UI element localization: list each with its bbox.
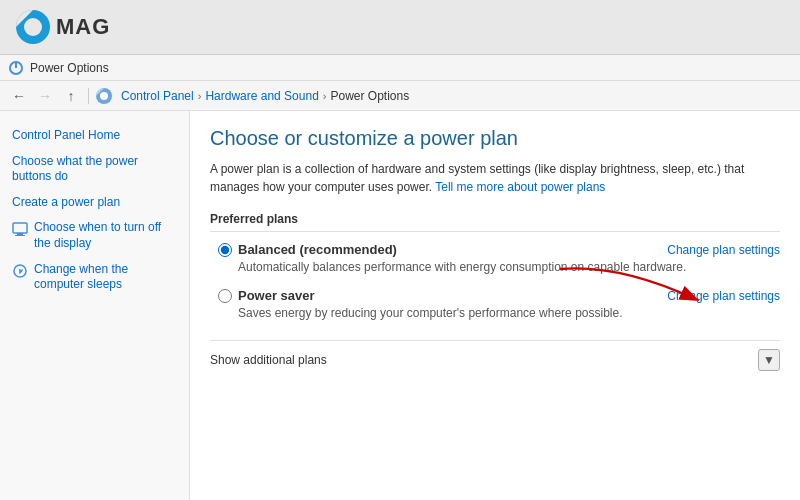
sidebar-item-turn-off-display[interactable]: Choose when to turn off the display: [0, 215, 189, 256]
sidebar-item-control-panel-home[interactable]: Control Panel Home: [0, 123, 189, 149]
svg-rect-7: [17, 233, 23, 235]
back-button[interactable]: ←: [8, 85, 30, 107]
nav-bar: ← → ↑ Control Panel › Hardware and Sound…: [0, 81, 800, 111]
sidebar-item-create-plan[interactable]: Create a power plan: [0, 190, 189, 216]
svg-point-5: [100, 92, 108, 100]
main-panel: Choose or customize a power plan A power…: [190, 111, 800, 500]
forward-button[interactable]: →: [34, 85, 56, 107]
learn-more-link[interactable]: Tell me more about power plans: [435, 180, 605, 194]
power-options-icon: [8, 60, 24, 76]
sidebar-item-power-buttons[interactable]: Choose what the power buttons do: [0, 149, 189, 190]
svg-point-1: [24, 18, 42, 36]
logo-text: MAG: [56, 14, 110, 40]
breadcrumb-hardware-sound[interactable]: Hardware and Sound: [205, 89, 318, 103]
nav-icon: [95, 87, 113, 105]
sidebar-item-computer-sleeps[interactable]: Change when the computer sleeps: [0, 257, 189, 298]
balanced-plan-desc: Automatically balances performance with …: [218, 260, 780, 274]
svg-rect-8: [15, 235, 25, 236]
balanced-radio[interactable]: [218, 243, 232, 257]
breadcrumb: Control Panel › Hardware and Sound › Pow…: [121, 89, 409, 103]
section-header: Preferred plans: [210, 212, 780, 232]
breadcrumb-control-panel[interactable]: Control Panel: [121, 89, 194, 103]
description: A power plan is a collection of hardware…: [210, 160, 780, 196]
power-saver-radio[interactable]: [218, 289, 232, 303]
title-bar: Power Options: [0, 55, 800, 81]
balanced-plan-row: Balanced (recommended) Change plan setti…: [218, 242, 780, 257]
svg-rect-6: [13, 223, 27, 233]
show-additional-text: Show additional plans: [210, 353, 327, 367]
title-bar-text: Power Options: [30, 61, 109, 75]
show-additional-plans[interactable]: Show additional plans ▼: [210, 340, 780, 379]
top-bar: MAG: [0, 0, 800, 55]
logo-icon: [15, 9, 51, 45]
page-title: Choose or customize a power plan: [210, 127, 780, 150]
balanced-plan-label[interactable]: Balanced (recommended): [218, 242, 397, 257]
power-saver-plan-row: Power saver Change plan settings: [218, 288, 780, 303]
power-saver-change-plan-link[interactable]: Change plan settings: [667, 289, 780, 303]
logo: MAG: [15, 9, 110, 45]
svg-rect-3: [15, 62, 17, 68]
sleep-icon: [12, 263, 28, 279]
breadcrumb-power-options: Power Options: [330, 89, 409, 103]
expand-button[interactable]: ▼: [758, 349, 780, 371]
power-saver-plan-desc: Saves energy by reducing your computer's…: [218, 306, 780, 320]
breadcrumb-arrow-1: ›: [198, 90, 202, 102]
nav-separator: [88, 88, 89, 104]
balanced-plan-item: Balanced (recommended) Change plan setti…: [210, 242, 780, 274]
power-saver-plan-item: Power saver Change plan settings Saves e…: [210, 288, 780, 320]
up-button[interactable]: ↑: [60, 85, 82, 107]
breadcrumb-arrow-2: ›: [323, 90, 327, 102]
power-saver-plan-label[interactable]: Power saver: [218, 288, 315, 303]
sidebar: Control Panel Home Choose what the power…: [0, 111, 190, 500]
balanced-change-plan-link[interactable]: Change plan settings: [667, 243, 780, 257]
content-area: Control Panel Home Choose what the power…: [0, 111, 800, 500]
monitor-icon: [12, 221, 28, 237]
